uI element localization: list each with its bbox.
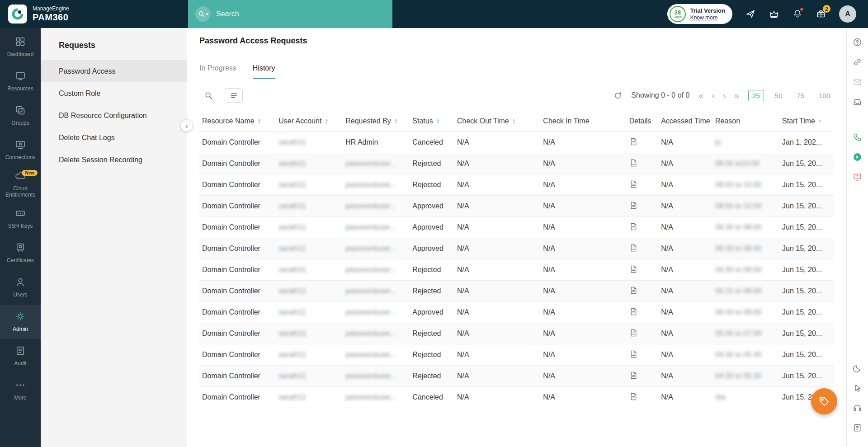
table-row[interactable]: Domain Controllersarath11passworduser...…	[199, 302, 834, 323]
cell-status: Canceled	[410, 387, 454, 408]
document-details-icon[interactable]	[629, 328, 638, 338]
table-menu-button[interactable]	[225, 88, 243, 103]
sidebar-item-connections[interactable]: Connections	[0, 133, 41, 167]
search-scope-button[interactable]: ▾	[195, 6, 211, 22]
headset-icon[interactable]	[851, 401, 864, 414]
document-details-icon[interactable]	[629, 307, 638, 316]
sidebar-item-ssh-keys[interactable]: SSH Keys	[0, 202, 41, 236]
document-details-icon[interactable]	[629, 392, 638, 401]
cell-text: N/A	[543, 160, 555, 167]
cell-resource-name: Domain Controller	[199, 323, 276, 344]
moon-icon[interactable]	[851, 361, 864, 375]
column-header-start-time[interactable]: Start Time▼	[779, 110, 834, 132]
trial-know-more-link[interactable]: Know more	[690, 14, 725, 21]
table-row[interactable]: Domain Controllersarath11passworduser...…	[199, 238, 834, 259]
collapse-panel-icon[interactable]: ‹	[180, 119, 193, 132]
mail-icon[interactable]	[851, 75, 864, 89]
table-row[interactable]: Domain Controllersarath11passworduser...…	[199, 217, 834, 238]
column-header-requested-by[interactable]: Requested By▲▼	[343, 110, 410, 132]
sort-icons[interactable]: ▲▼	[394, 118, 398, 124]
remote-session-icon[interactable]	[851, 150, 864, 164]
cell-requested-by: passworduser...	[343, 217, 410, 238]
table-row[interactable]: Domain Controllersarath11passworduser...…	[199, 366, 834, 387]
crown-icon[interactable]	[769, 9, 779, 19]
sidebar-item-certificates[interactable]: Certificates	[0, 236, 41, 270]
sidebar-item-admin[interactable]: Admin	[0, 305, 41, 339]
announcement-icon[interactable]	[745, 9, 756, 19]
document-details-icon[interactable]	[629, 349, 638, 359]
sort-icons[interactable]: ▲▼	[512, 118, 516, 124]
search-input[interactable]	[216, 10, 385, 18]
submenu-item-custom-role[interactable]: Custom Role	[41, 82, 187, 104]
sidebar-item-dashboard[interactable]: Dashboard	[0, 30, 41, 64]
table-search-button[interactable]	[199, 88, 217, 103]
whats-new-box-icon[interactable]: 2	[816, 9, 826, 19]
page-size-75[interactable]: 75	[793, 90, 808, 101]
column-header-check-out-time[interactable]: Check Out Time▲▼	[454, 110, 540, 132]
offer-fab-button[interactable]	[811, 388, 837, 414]
page-size-25[interactable]: 25	[748, 90, 764, 101]
prev-page-icon[interactable]: ‹	[712, 91, 715, 100]
submenu-item-password-access[interactable]: Password Access	[41, 60, 187, 82]
user-avatar[interactable]: A	[839, 5, 856, 23]
cell-start-time: Jun 15, 20...	[779, 281, 834, 302]
tab-history[interactable]: History	[253, 64, 275, 79]
table-row[interactable]: Domain Controllersarath11passworduser...…	[199, 174, 834, 196]
cell-text: passworduser...	[345, 202, 396, 210]
sidebar-item-audit[interactable]: Audit	[0, 339, 41, 373]
column-header-status[interactable]: Status▲▼	[410, 110, 454, 132]
submenu-item-delete-session-recording[interactable]: Delete Session Recording	[41, 149, 187, 171]
phone-icon[interactable]	[851, 130, 864, 144]
sidebar-item-resources[interactable]: Resources	[0, 64, 41, 99]
pointer-icon[interactable]	[851, 381, 864, 395]
table-row[interactable]: Domain Controllersarath11HR AdminCancele…	[199, 132, 834, 153]
page-size-100[interactable]: 100	[815, 90, 834, 101]
screen-share-icon[interactable]	[851, 170, 864, 184]
link-icon[interactable]	[851, 55, 864, 69]
cell-start-time: Jun 15, 20...	[779, 153, 834, 174]
sort-icons[interactable]: ▲▼	[258, 118, 261, 124]
sort-icons[interactable]: ▲▼	[325, 118, 328, 124]
notification-bell-icon[interactable]	[792, 9, 803, 19]
document-details-icon[interactable]	[629, 264, 638, 274]
tab-in-progress[interactable]: In Progress	[199, 64, 236, 79]
table-row[interactable]: Domain Controllersarath11passworduser...…	[199, 153, 834, 174]
submenu-item-delete-chat-logs[interactable]: Delete Chat Logs	[41, 127, 187, 149]
cell-text: N/A	[661, 329, 673, 337]
sidebar-item-users[interactable]: Users	[0, 270, 41, 305]
table-row[interactable]: Domain Controllersarath11passworduser...…	[199, 259, 834, 281]
document-details-icon[interactable]	[629, 158, 638, 168]
sidebar-item-cloud-entitlements[interactable]: Cloud EntitlementsNew	[0, 167, 41, 202]
sort-icon-desc[interactable]: ▼	[818, 120, 822, 123]
document-details-icon[interactable]	[629, 243, 638, 253]
document-details-icon[interactable]	[629, 137, 638, 146]
first-page-icon[interactable]: «	[698, 91, 703, 100]
table-row[interactable]: Domain Controllersarath11passworduser...…	[199, 344, 834, 366]
sidebar-item-more[interactable]: More	[0, 373, 41, 408]
column-header-resource-name[interactable]: Resource Name▲▼	[199, 110, 276, 132]
document-details-icon[interactable]	[629, 179, 638, 189]
cell-user-account: sarath11	[276, 281, 343, 302]
brand[interactable]: ManageEngine PAM360	[0, 5, 188, 24]
table-row[interactable]: Domain Controllersarath11passworduser...…	[199, 387, 834, 408]
cell-reason: 06:00 to 08:00	[712, 302, 779, 323]
document-details-icon[interactable]	[629, 371, 638, 380]
notes-icon[interactable]	[851, 421, 864, 434]
table-row[interactable]: Domain Controllersarath11passworduser...…	[199, 196, 834, 217]
sidebar-item-groups[interactable]: Groups	[0, 99, 41, 133]
document-details-icon[interactable]	[629, 222, 638, 231]
last-page-icon[interactable]: »	[734, 91, 739, 100]
document-details-icon[interactable]	[629, 201, 638, 210]
trial-version-pill[interactable]: 28 Days Trial Version Know more	[667, 4, 732, 24]
column-header-user-account[interactable]: User Account▲▼	[276, 110, 343, 132]
table-row[interactable]: Domain Controllersarath11passworduser...…	[199, 323, 834, 344]
next-page-icon[interactable]: ›	[723, 91, 726, 100]
document-details-icon[interactable]	[629, 286, 638, 295]
inbox-icon[interactable]	[851, 95, 864, 108]
sort-icons[interactable]: ▲▼	[436, 118, 440, 124]
table-row[interactable]: Domain Controllersarath11passworduser...…	[199, 281, 834, 302]
submenu-item-db-resource-configuration[interactable]: DB Resource Configuration	[41, 104, 187, 127]
refresh-icon[interactable]	[613, 91, 622, 100]
page-size-50[interactable]: 50	[771, 90, 786, 101]
help-icon[interactable]	[851, 35, 864, 49]
